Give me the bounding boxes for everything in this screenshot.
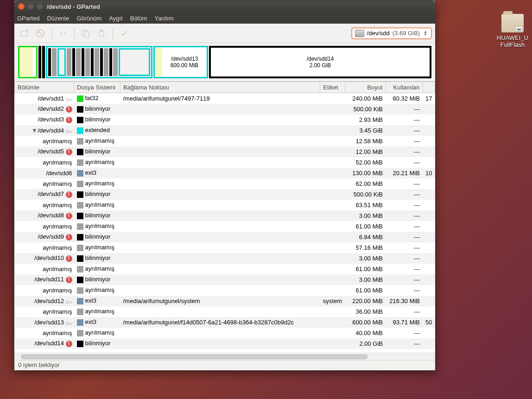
apply-button[interactable]	[118, 27, 131, 40]
warning-icon	[66, 213, 72, 219]
toolbar: + /dev/sdd (3.69 GiB) ▲▼	[14, 24, 435, 43]
col-mount[interactable]: Bağlama Noktası	[120, 82, 320, 93]
table-row[interactable]: /dev/sdd11 bilinmiyor3.00 MiB---	[15, 274, 435, 285]
table-row[interactable]: /dev/sdd13 ext3/media/arifumutgunel/f14d…	[15, 317, 435, 328]
map-sdd3[interactable]	[42, 46, 45, 78]
fs-swatch	[77, 149, 83, 155]
device-selector[interactable]: /dev/sdd (3.69 GiB) ▲▼	[352, 28, 431, 39]
table-row[interactable]: /dev/sdd9 bilinmiyor6.84 MiB---	[15, 232, 435, 242]
warning-icon	[66, 341, 72, 347]
svg-rect-7	[101, 30, 102, 32]
map-sdd2[interactable]	[38, 46, 41, 78]
map-extended[interactable]	[46, 46, 152, 78]
menubar: GParted Düzenle Görünüm Aygıt Bölüm Yard…	[14, 13, 435, 24]
minimize-button[interactable]	[27, 3, 34, 10]
table-row[interactable]: ayrılmamış ayrılmamış52.00 MiB---	[15, 157, 435, 168]
window-title: /dev/sdd - GParted	[47, 3, 100, 10]
fs-swatch	[77, 138, 83, 145]
desktop-file-icon[interactable]: rar HUAWEI_U FullFlash	[497, 14, 528, 48]
table-row[interactable]: ayrılmamış ayrılmamış63.51 MiB---	[15, 200, 435, 210]
table-row[interactable]: /dev/sdd1 fat32/media/arifumutgunel/7497…	[15, 93, 435, 104]
fs-swatch	[77, 223, 83, 230]
disk-map[interactable]: /dev/sdd13600.00 MiB /dev/sdd142.00 GiB	[18, 46, 431, 78]
table-row[interactable]: /dev/sdd14 bilinmiyor2.00 GiB---	[15, 338, 435, 349]
menu-gparted[interactable]: GParted	[17, 15, 39, 22]
map-sdd13[interactable]: /dev/sdd13600.00 MiB	[153, 46, 208, 78]
table-row[interactable]: ▼ /dev/sdd4 extended3.45 GiB---	[15, 125, 435, 136]
menu-view[interactable]: Görünüm	[76, 15, 101, 22]
new-partition-button[interactable]: +	[18, 27, 31, 40]
window-buttons	[18, 3, 43, 10]
table-row[interactable]: /dev/sdd5 bilinmiyor12.00 MiB---	[15, 146, 435, 157]
fs-swatch	[77, 330, 83, 336]
fs-swatch	[77, 202, 83, 209]
col-partition[interactable]: Bölümle	[15, 82, 74, 93]
gparted-window: /dev/sdd - GParted GParted Düzenle Görün…	[14, 0, 436, 371]
svg-rect-5	[84, 32, 89, 37]
horizontal-scrollbar[interactable]	[14, 353, 435, 360]
maximize-button[interactable]	[37, 3, 43, 10]
col-fs[interactable]: Dosya Sistemi	[74, 82, 120, 93]
table-row[interactable]: ayrılmamış ayrılmamış40.00 MiB---	[15, 328, 435, 338]
desktop-file-label: HUAWEI_U	[497, 34, 528, 41]
svg-point-20	[66, 322, 69, 325]
partition-table[interactable]: Bölümle Dosya Sistemi Bağlama Noktası Et…	[14, 81, 435, 353]
table-row[interactable]: /dev/sdd7 bilinmiyor500.00 KiB---	[15, 189, 435, 200]
archive-icon: rar	[501, 14, 524, 32]
map-sdd14[interactable]: /dev/sdd142.00 GiB	[209, 46, 431, 78]
fs-swatch	[77, 341, 83, 347]
table-row[interactable]: ayrılmamış ayrılmamış57.16 MiB---	[15, 242, 435, 253]
table-row[interactable]: /dev/sdd10 bilinmiyor3.00 MiB---	[15, 253, 435, 264]
menu-device[interactable]: Aygıt	[109, 15, 122, 22]
fs-swatch	[77, 298, 83, 304]
svg-point-12	[66, 130, 69, 133]
device-spinner[interactable]: ▲▼	[423, 31, 428, 36]
table-row[interactable]: /dev/sdd8 bilinmiyor3.00 MiB---	[15, 210, 435, 221]
menu-edit[interactable]: Düzenle	[47, 15, 69, 22]
warning-icon	[66, 277, 72, 283]
fs-swatch	[77, 319, 83, 326]
menu-partition[interactable]: Bölüm	[130, 15, 147, 22]
warning-icon	[66, 117, 72, 123]
col-label[interactable]: Etiket	[320, 82, 345, 93]
table-row[interactable]: /dev/sdd6 ext3130.00 MiB20.21 MiB10	[15, 168, 435, 178]
svg-point-16	[66, 301, 69, 304]
warning-icon	[66, 191, 72, 198]
key-icon	[66, 299, 72, 304]
col-used[interactable]: Kullanılan	[386, 82, 423, 93]
menu-help[interactable]: Yardım	[155, 15, 174, 22]
table-row[interactable]: ayrılmamış ayrılmamış61.00 MiB---	[15, 221, 435, 232]
close-button[interactable]	[18, 3, 25, 10]
table-row[interactable]: ayrılmamış ayrılmamış62.00 MiB---	[15, 178, 435, 189]
fs-swatch	[77, 255, 83, 262]
table-row[interactable]: /dev/sdd3 bilinmiyor2.93 MiB---	[15, 114, 435, 125]
map-sdd1[interactable]	[18, 46, 38, 78]
fs-swatch	[77, 266, 83, 272]
col-extra[interactable]	[423, 82, 435, 93]
fs-swatch	[77, 309, 83, 315]
delete-button[interactable]	[34, 27, 47, 40]
svg-line-3	[38, 31, 43, 36]
device-path: /dev/sdd	[367, 30, 390, 37]
statusbar: 0 işlem bekliyor	[14, 360, 435, 370]
table-row[interactable]: ayrılmamış ayrılmamış61.00 MiB---	[15, 264, 435, 274]
paste-button[interactable]	[95, 27, 108, 40]
titlebar[interactable]: /dev/sdd - GParted	[14, 0, 435, 13]
fs-swatch	[77, 127, 83, 134]
device-size: (3.69 GiB)	[393, 30, 420, 37]
table-row[interactable]: /dev/sdd2 bilinmiyor500.00 KiB---	[15, 104, 435, 114]
fs-swatch	[77, 170, 83, 177]
svg-point-8	[66, 98, 69, 101]
table-row[interactable]: ayrılmamış ayrılmamış12.58 MiB---	[15, 136, 435, 146]
fs-swatch	[77, 213, 83, 219]
fs-swatch	[77, 106, 83, 113]
table-row[interactable]: /dev/sdd12 ext3/media/arifumutgunel/syst…	[15, 296, 435, 306]
fs-swatch	[77, 287, 83, 294]
separator	[51, 28, 52, 39]
table-row[interactable]: ayrılmamış ayrılmamış61.00 MiB---	[15, 285, 435, 296]
table-row[interactable]: ayrılmamış ayrılmamış36.00 MiB---	[15, 306, 435, 317]
copy-button[interactable]	[79, 27, 92, 40]
resize-button[interactable]	[57, 27, 70, 40]
col-size[interactable]: Boyut	[345, 82, 386, 93]
warning-icon	[66, 149, 72, 155]
